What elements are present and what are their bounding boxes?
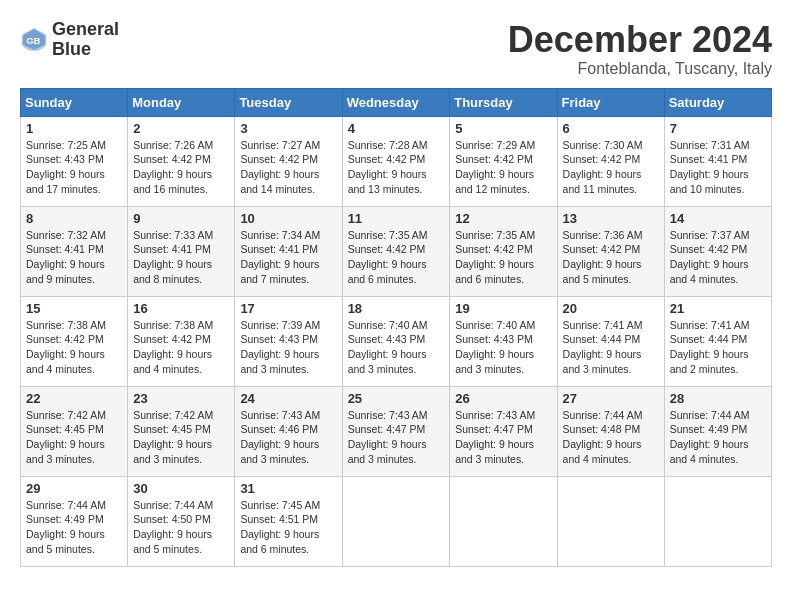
page-header: GB General Blue December 2024 Fontebland… (20, 20, 772, 78)
day-24: 24 Sunrise: 7:43 AMSunset: 4:46 PMDaylig… (235, 386, 342, 476)
day-17: 17 Sunrise: 7:39 AMSunset: 4:43 PMDaylig… (235, 296, 342, 386)
logo-line1: General (52, 20, 119, 40)
day-23: 23 Sunrise: 7:42 AMSunset: 4:45 PMDaylig… (128, 386, 235, 476)
location-title: Fonteblanda, Tuscany, Italy (508, 60, 772, 78)
empty-cell (557, 476, 664, 566)
day-4: 4 Sunrise: 7:28 AMSunset: 4:42 PMDayligh… (342, 116, 450, 206)
day-10: 10 Sunrise: 7:34 AMSunset: 4:41 PMDaylig… (235, 206, 342, 296)
empty-cell (342, 476, 450, 566)
day-21: 21 Sunrise: 7:41 AMSunset: 4:44 PMDaylig… (664, 296, 771, 386)
logo-icon: GB (20, 26, 48, 54)
day-28: 28 Sunrise: 7:44 AMSunset: 4:49 PMDaylig… (664, 386, 771, 476)
logo-line2: Blue (52, 40, 119, 60)
empty-cell (450, 476, 557, 566)
day-18: 18 Sunrise: 7:40 AMSunset: 4:43 PMDaylig… (342, 296, 450, 386)
col-thursday: Thursday (450, 88, 557, 116)
table-row: 29 Sunrise: 7:44 AMSunset: 4:49 PMDaylig… (21, 476, 772, 566)
day-5: 5 Sunrise: 7:29 AMSunset: 4:42 PMDayligh… (450, 116, 557, 206)
day-11: 11 Sunrise: 7:35 AMSunset: 4:42 PMDaylig… (342, 206, 450, 296)
col-tuesday: Tuesday (235, 88, 342, 116)
day-1: 1 Sunrise: 7:25 AMSunset: 4:43 PMDayligh… (21, 116, 128, 206)
table-row: 1 Sunrise: 7:25 AMSunset: 4:43 PMDayligh… (21, 116, 772, 206)
day-7: 7 Sunrise: 7:31 AMSunset: 4:41 PMDayligh… (664, 116, 771, 206)
day-12: 12 Sunrise: 7:35 AMSunset: 4:42 PMDaylig… (450, 206, 557, 296)
col-friday: Friday (557, 88, 664, 116)
table-row: 8 Sunrise: 7:32 AMSunset: 4:41 PMDayligh… (21, 206, 772, 296)
day-15: 15 Sunrise: 7:38 AMSunset: 4:42 PMDaylig… (21, 296, 128, 386)
day-6: 6 Sunrise: 7:30 AMSunset: 4:42 PMDayligh… (557, 116, 664, 206)
day-9: 9 Sunrise: 7:33 AMSunset: 4:41 PMDayligh… (128, 206, 235, 296)
day-27: 27 Sunrise: 7:44 AMSunset: 4:48 PMDaylig… (557, 386, 664, 476)
day-29: 29 Sunrise: 7:44 AMSunset: 4:49 PMDaylig… (21, 476, 128, 566)
day-2: 2 Sunrise: 7:26 AMSunset: 4:42 PMDayligh… (128, 116, 235, 206)
day-19: 19 Sunrise: 7:40 AMSunset: 4:43 PMDaylig… (450, 296, 557, 386)
day-20: 20 Sunrise: 7:41 AMSunset: 4:44 PMDaylig… (557, 296, 664, 386)
title-section: December 2024 Fonteblanda, Tuscany, Ital… (508, 20, 772, 78)
col-monday: Monday (128, 88, 235, 116)
day-25: 25 Sunrise: 7:43 AMSunset: 4:47 PMDaylig… (342, 386, 450, 476)
col-sunday: Sunday (21, 88, 128, 116)
day-16: 16 Sunrise: 7:38 AMSunset: 4:42 PMDaylig… (128, 296, 235, 386)
empty-cell (664, 476, 771, 566)
table-row: 15 Sunrise: 7:38 AMSunset: 4:42 PMDaylig… (21, 296, 772, 386)
day-3: 3 Sunrise: 7:27 AMSunset: 4:42 PMDayligh… (235, 116, 342, 206)
table-row: 22 Sunrise: 7:42 AMSunset: 4:45 PMDaylig… (21, 386, 772, 476)
day-26: 26 Sunrise: 7:43 AMSunset: 4:47 PMDaylig… (450, 386, 557, 476)
day-14: 14 Sunrise: 7:37 AMSunset: 4:42 PMDaylig… (664, 206, 771, 296)
logo: GB General Blue (20, 20, 119, 60)
day-31: 31 Sunrise: 7:45 AMSunset: 4:51 PMDaylig… (235, 476, 342, 566)
svg-text:GB: GB (26, 34, 40, 45)
month-title: December 2024 (508, 20, 772, 60)
col-saturday: Saturday (664, 88, 771, 116)
calendar-header-row: Sunday Monday Tuesday Wednesday Thursday… (21, 88, 772, 116)
calendar: Sunday Monday Tuesday Wednesday Thursday… (20, 88, 772, 567)
day-8: 8 Sunrise: 7:32 AMSunset: 4:41 PMDayligh… (21, 206, 128, 296)
day-22: 22 Sunrise: 7:42 AMSunset: 4:45 PMDaylig… (21, 386, 128, 476)
day-30: 30 Sunrise: 7:44 AMSunset: 4:50 PMDaylig… (128, 476, 235, 566)
col-wednesday: Wednesday (342, 88, 450, 116)
day-13: 13 Sunrise: 7:36 AMSunset: 4:42 PMDaylig… (557, 206, 664, 296)
